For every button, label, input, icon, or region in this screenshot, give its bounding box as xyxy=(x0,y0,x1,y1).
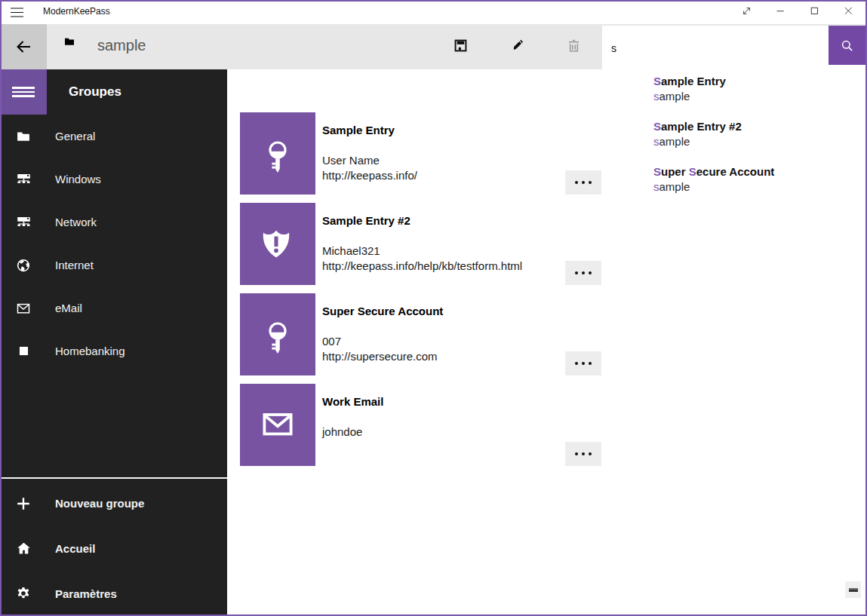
shield-icon xyxy=(240,203,315,285)
sidebar-item-email[interactable]: eMail xyxy=(0,287,227,329)
sidebar-item-windows[interactable]: Windows xyxy=(0,158,227,201)
suggestion-title: Super Secure Account xyxy=(653,164,865,179)
suggestion-subtitle: sample xyxy=(653,134,865,149)
sidebar-item-label: Internet xyxy=(55,259,94,271)
menu-icon[interactable] xyxy=(11,7,24,18)
save-icon xyxy=(453,38,469,57)
maximize-icon xyxy=(808,5,821,20)
save-button[interactable] xyxy=(442,24,478,69)
suggestion-title: Sample Entry #2 xyxy=(653,119,865,134)
entry-title: Super Secure Account xyxy=(322,304,443,319)
suggestion-title: Sample Entry xyxy=(653,74,865,89)
key-icon xyxy=(240,293,315,375)
plus-icon xyxy=(0,481,47,526)
back-button[interactable] xyxy=(0,24,47,69)
sidebar-item-label: Windows xyxy=(55,173,101,185)
sidebar-toggle-button[interactable] xyxy=(0,69,47,115)
hamburger-icon xyxy=(12,84,35,100)
maximize-button[interactable] xyxy=(798,0,832,24)
sidebar: Groupes General Windows Network Internet… xyxy=(0,69,227,616)
folder-icon xyxy=(0,115,47,158)
sidebar-item-label: Network xyxy=(55,216,97,228)
database-title: sample xyxy=(97,24,146,69)
zoom-out-button[interactable] xyxy=(845,581,861,598)
entry-tile[interactable] xyxy=(240,203,315,285)
sidebar-item-general[interactable]: General xyxy=(0,115,227,158)
entry-details: 007http://supersecure.com xyxy=(322,334,438,364)
entry-row[interactable]: Sample Entry #2 Michael321http://keepass… xyxy=(240,203,602,285)
close-button[interactable] xyxy=(832,0,865,24)
suggestion-subtitle: sample xyxy=(653,89,865,104)
key-icon xyxy=(240,112,315,195)
gear-icon xyxy=(0,571,47,616)
sidebar-item-homebanking[interactable]: Homebanking xyxy=(0,329,227,372)
entry-details: Michael321http://keepass.info/help/kb/te… xyxy=(322,244,522,274)
sidebar-item-label: Homebanking xyxy=(55,345,125,357)
sidebar-item-accueil[interactable]: Accueil xyxy=(0,526,227,572)
edit-button[interactable] xyxy=(500,24,536,69)
search-value: s xyxy=(611,26,616,65)
suggestion-subtitle: sample xyxy=(653,179,865,195)
expand-button[interactable] xyxy=(730,0,764,24)
entry-row[interactable]: Super Secure Account 007http://supersecu… xyxy=(240,293,602,375)
search-suggestion[interactable]: Super Secure Account sample xyxy=(653,164,865,195)
home-icon xyxy=(0,526,47,572)
more-button[interactable] xyxy=(565,261,601,285)
entry-tile[interactable] xyxy=(240,384,315,466)
more-button[interactable] xyxy=(565,170,601,195)
minimize-button[interactable] xyxy=(764,0,798,24)
expand-icon xyxy=(740,5,753,20)
entry-tile[interactable] xyxy=(240,112,315,195)
delete-icon xyxy=(566,38,582,57)
sidebar-item-internet[interactable]: Internet xyxy=(0,244,227,287)
delete-button[interactable] xyxy=(555,24,592,69)
search-suggestions: Sample Entry sample Sample Entry #2 samp… xyxy=(602,65,865,210)
entry-title: Work Email xyxy=(322,394,383,409)
sidebar-separator xyxy=(0,477,227,479)
sidebar-item-label: General xyxy=(55,130,95,143)
globe-icon xyxy=(0,244,47,287)
sidebar-item-label: Paramètres xyxy=(55,587,117,600)
entry-details: johndoe xyxy=(322,424,362,440)
mail-big-icon xyxy=(240,384,315,466)
minus-icon xyxy=(849,588,858,592)
database-folder-icon xyxy=(63,35,75,48)
sidebar-item-label: Nouveau groupe xyxy=(55,497,144,510)
entry-row[interactable]: Work Email johndoe xyxy=(240,384,602,466)
search-button[interactable] xyxy=(829,26,865,65)
entry-details: User Namehttp://keepass.info/ xyxy=(322,153,417,183)
entry-tile[interactable] xyxy=(240,293,315,375)
network-icon xyxy=(0,158,47,201)
sidebar-heading: Groupes xyxy=(69,69,121,115)
title-bar: ModernKeePass xyxy=(0,0,867,24)
more-button[interactable] xyxy=(565,351,601,375)
network-icon xyxy=(0,201,47,244)
entry-title: Sample Entry #2 xyxy=(322,213,410,228)
sidebar-item-label: eMail xyxy=(55,302,82,314)
search-suggestion[interactable]: Sample Entry #2 sample xyxy=(653,119,865,149)
more-button[interactable] xyxy=(565,442,601,466)
sidebar-item-nouveau-groupe[interactable]: Nouveau groupe xyxy=(0,481,227,526)
sidebar-item-param-tres[interactable]: Paramètres xyxy=(0,571,227,616)
square-icon xyxy=(0,329,47,372)
entry-row[interactable]: Sample Entry User Namehttp://keepass.inf… xyxy=(240,112,602,195)
app-title: ModernKeePass xyxy=(43,0,110,24)
minimize-icon xyxy=(774,5,787,20)
window-controls xyxy=(730,0,865,24)
mail-icon xyxy=(0,287,47,329)
search-suggestion[interactable]: Sample Entry sample xyxy=(653,74,865,104)
close-icon xyxy=(842,5,855,20)
sidebar-item-label: Accueil xyxy=(55,542,95,555)
search-input[interactable]: s xyxy=(602,26,829,65)
sidebar-item-network[interactable]: Network xyxy=(0,201,227,244)
entry-title: Sample Entry xyxy=(322,123,395,138)
edit-icon xyxy=(510,38,525,56)
